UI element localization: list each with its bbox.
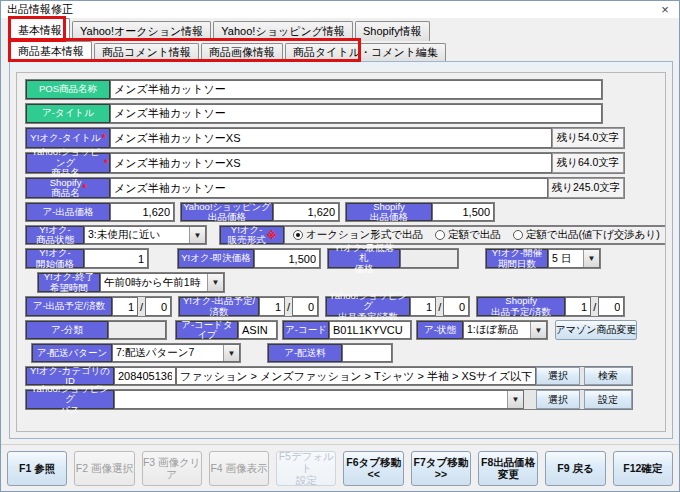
- shopify-name-label: Shopify 商品名*: [26, 178, 110, 198]
- category-search-button[interactable]: 検索: [584, 367, 632, 385]
- pos-product-name-input[interactable]: [110, 80, 602, 99]
- yahoo-shopping-name-remaining: 残り64.0文字: [552, 153, 624, 173]
- chevron-down-icon[interactable]: ▼: [189, 227, 205, 243]
- yahoo-shopping-count-planned-input[interactable]: [410, 297, 436, 316]
- yahoo-shopping-count-done-input[interactable]: [443, 297, 469, 316]
- radio-auction-format[interactable]: オークション形式で出品: [293, 228, 423, 242]
- amazon-shipping-fee-label: ア-配送料: [268, 344, 342, 362]
- yahoo-shopping-path-label: Yahoo!ショッピング パス: [26, 390, 114, 409]
- yahoo-auction-count-planned-input[interactable]: [259, 297, 285, 316]
- yahoo-auction-title-input[interactable]: [110, 128, 552, 148]
- yahoo-auction-duration-label: Y!オク-開催 期間日数: [486, 249, 548, 268]
- yahoo-auction-count-done-input[interactable]: [292, 297, 318, 316]
- slash-separator: /: [591, 297, 598, 316]
- listing-edit-dialog: 出品情報修正 × 基本情報 Yahoo!オークション情報 Yahoo!ショッピン…: [0, 0, 680, 492]
- slash-separator: /: [436, 297, 443, 316]
- f8-listing-price-change-button[interactable]: F8出品価格 変更: [478, 451, 538, 486]
- required-mark: *: [102, 133, 106, 144]
- yahoo-auction-start-price-label: Y!オク- 開始価格: [26, 249, 84, 268]
- yahoo-shopping-path-select[interactable]: ▼: [114, 390, 524, 409]
- yahoo-auction-start-price-input[interactable]: [84, 249, 148, 268]
- amazon-title-label: ア-タイトル: [26, 104, 110, 123]
- required-mark: ※: [267, 230, 277, 241]
- yahoo-shopping-price-label: Yahoo!ショッピング 出品価格: [181, 203, 273, 221]
- yahoo-auction-endtime-select[interactable]: 午前0時から午前1時 ▼: [100, 273, 224, 292]
- yahoo-auction-category-path-input[interactable]: [176, 367, 536, 385]
- yahoo-shopping-price-input[interactable]: [273, 203, 339, 221]
- amazon-code-label: ア-コード: [283, 321, 329, 339]
- chevron-down-icon[interactable]: ▼: [530, 322, 546, 338]
- titlebar: 出品情報修正 ×: [1, 1, 679, 18]
- yahoo-auction-title-label: Y!オク-タイトル*: [26, 128, 110, 148]
- radio-dot-icon: [435, 230, 445, 240]
- yahoo-auction-duration-select[interactable]: 5 日 ▼: [548, 249, 600, 268]
- chevron-down-icon[interactable]: ▼: [223, 345, 239, 361]
- tab-page: POS商品名称 ア-タイトル Y!オク-タイトル* 残り54.0文: [9, 61, 673, 439]
- path-select-button[interactable]: 選択: [536, 390, 580, 409]
- radio-dot-icon: [513, 230, 523, 240]
- slash-separator: /: [138, 297, 145, 316]
- amazon-count-label: ア-出品予定/済数: [26, 297, 112, 316]
- shopify-name-input[interactable]: [110, 178, 548, 198]
- yahoo-shopping-count-label: Yahoo!ショッピング 出品予定/済数: [326, 297, 410, 316]
- amazon-category-input[interactable]: [108, 321, 166, 339]
- radio-dot-icon: [293, 230, 303, 240]
- amazon-codetype-input[interactable]: [238, 321, 277, 339]
- close-icon[interactable]: ×: [657, 2, 673, 17]
- amazon-product-change-button[interactable]: アマゾン商品変更: [555, 320, 637, 340]
- yahoo-shopping-name-label: Yahoo!ショッピング 商品名*: [26, 153, 110, 173]
- pos-product-name-label: POS商品名称: [26, 80, 110, 99]
- yahoo-auction-buynow-price-label: Y!オク-即決価格: [178, 249, 254, 268]
- yahoo-auction-min-price-input[interactable]: [400, 249, 458, 268]
- f9-back-button[interactable]: F9 戻る: [545, 451, 605, 486]
- shopify-count-planned-input[interactable]: [565, 297, 591, 316]
- amazon-code-input[interactable]: [329, 321, 411, 339]
- amazon-condition-label: ア-状態: [417, 321, 463, 339]
- yahoo-auction-title-remaining: 残り54.0文字: [552, 128, 624, 148]
- slash-separator: /: [285, 297, 292, 316]
- amazon-category-label: ア-分類: [26, 321, 108, 339]
- amazon-price-input[interactable]: [110, 203, 174, 221]
- yahoo-auction-condition-select[interactable]: 3:未使用に近い ▼: [84, 226, 206, 244]
- amazon-shipping-pattern-label: ア-配送パターン: [32, 344, 112, 362]
- amazon-count-planned-input[interactable]: [112, 297, 138, 316]
- f7-tab-move-forward-button[interactable]: F7タブ移動>>: [411, 451, 471, 486]
- yahoo-auction-category-id-input[interactable]: [114, 367, 176, 385]
- required-mark: *: [104, 158, 108, 169]
- shopify-name-remaining: 残り245.0文字: [548, 178, 624, 198]
- radio-fixed-price-negotiable[interactable]: 定額で出品(値下げ交渉あり): [513, 228, 660, 242]
- yahoo-auction-endtime-label: Y!オク-終了 希望時間: [38, 273, 100, 292]
- path-set-button[interactable]: 設定: [584, 390, 632, 409]
- amazon-shipping-fee-input[interactable]: [342, 344, 392, 362]
- function-button-bar: F1 参照 F2 画像選択 F3 画像クリア F4 画像表示 F5デフォルト 設…: [1, 444, 679, 491]
- f6-tab-move-back-button[interactable]: F6タブ移動<<: [343, 451, 403, 486]
- f1-reference-button[interactable]: F1 参照: [7, 451, 67, 486]
- yahoo-auction-buynow-price-input[interactable]: [254, 249, 320, 268]
- annotation-rect-product-tabs: [8, 38, 361, 62]
- f2-image-select-button: F2 画像選択: [74, 451, 134, 486]
- shopify-count-label: Shopify 出品予定/済数: [477, 297, 565, 316]
- amazon-shipping-pattern-select[interactable]: 7:配送パターン7 ▼: [112, 344, 240, 362]
- radio-fixed-price[interactable]: 定額で出品: [435, 228, 501, 242]
- chevron-down-icon[interactable]: ▼: [207, 274, 223, 291]
- yahoo-auction-count-label: Y!オク-出品予定/ 済数: [179, 297, 259, 316]
- window-title: 出品情報修正: [7, 2, 73, 17]
- f3-image-clear-button: F3 画像クリア: [142, 451, 202, 486]
- amazon-count-done-input[interactable]: [145, 297, 171, 316]
- chevron-down-icon[interactable]: ▼: [507, 391, 523, 408]
- amazon-codetype-label: ア-コードタイプ: [176, 321, 238, 339]
- tab-shopify-info[interactable]: Shopify情報: [355, 21, 430, 41]
- amazon-condition-select[interactable]: 1:ほぼ新品 ▼: [463, 321, 547, 339]
- chevron-down-icon[interactable]: ▼: [583, 250, 599, 267]
- f12-confirm-button[interactable]: F12確定: [613, 451, 673, 486]
- shopify-count-done-input[interactable]: [598, 297, 624, 316]
- shopify-price-label: Shopify 出品価格: [346, 203, 432, 221]
- basic-info-panel: POS商品名称 ア-タイトル Y!オク-タイトル* 残り54.0文: [16, 72, 666, 432]
- amazon-title-input[interactable]: [110, 104, 602, 123]
- yahoo-shopping-name-input[interactable]: [110, 153, 552, 173]
- category-select-button[interactable]: 選択: [536, 367, 580, 385]
- shopify-price-input[interactable]: [432, 203, 494, 221]
- f4-image-view-button: F4 画像表示: [209, 451, 269, 486]
- yahoo-auction-min-price-label: Y!オク-最低落札 価格: [328, 249, 400, 268]
- f5-default-settings-button: F5デフォルト 設定: [276, 451, 336, 486]
